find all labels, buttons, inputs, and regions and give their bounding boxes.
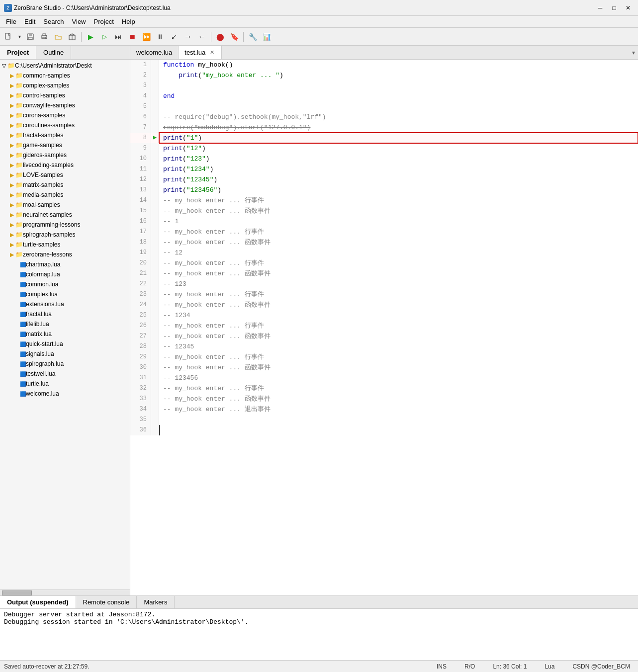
step-right-button[interactable]: → — [182, 30, 194, 43]
root-folder-icon: 📁 — [7, 62, 15, 69]
tree-folder-moai-samples[interactable]: ▶ 📁 moai-samples — [0, 200, 130, 210]
save-button[interactable] — [24, 30, 37, 43]
folder-label: complex-samples — [23, 82, 69, 89]
stats-button[interactable]: 📊 — [260, 30, 273, 43]
code-line-19: 19-- 12 — [130, 248, 638, 258]
package-button[interactable] — [66, 30, 79, 43]
tree-folder-corona-samples[interactable]: ▶ 📁 corona-samples — [0, 110, 130, 120]
menu-file[interactable]: File — [2, 17, 20, 26]
tree-file-spirograph[interactable]: 🟦 spirograph.lua — [0, 359, 130, 369]
file-icon: 🟦 — [20, 332, 26, 337]
file-label: turtle.lua — [26, 380, 49, 387]
menu-search[interactable]: Search — [39, 17, 68, 26]
file-label: complex.lua — [26, 291, 58, 298]
code-line-15: 15-- my_hook enter ... 函数事件 — [130, 206, 638, 216]
line-content-33: -- my_hook enter ... 函数事件 — [159, 394, 638, 404]
line-number-16: 16 — [130, 216, 151, 227]
tree-folder-zerobrane-lessons[interactable]: ▶ 📁 zerobrane-lessons — [0, 250, 130, 259]
sidebar-horizontal-scrollbar[interactable] — [0, 589, 130, 595]
tree-file-chartmap[interactable]: 🟦 chartmap.lua — [0, 259, 130, 269]
tree-root[interactable]: ▽ 📁 C:\Users\Administrator\Deskt — [0, 61, 130, 71]
step-into-button[interactable]: ⏭ — [112, 30, 125, 43]
status-position: Ln: 36 Col: 1 — [489, 663, 531, 670]
tree-folder-turtle-samples[interactable]: ▶ 📁 turtle-samples — [0, 240, 130, 250]
step-over-button[interactable]: ⏩ — [140, 30, 153, 43]
breakpoint-button[interactable]: ⬤ — [214, 30, 227, 43]
code-line-13: 13 print("123456") — [130, 185, 638, 195]
new-dropdown-button[interactable]: ▾ — [16, 30, 23, 43]
tree-file-quick-start[interactable]: 🟦 quick-start.lua — [0, 339, 130, 349]
tree-folder-LOVE-samples[interactable]: ▶ 📁 LOVE-samples — [0, 170, 130, 180]
tree-folder-media-samples[interactable]: ▶ 📁 media-samples — [0, 190, 130, 200]
line-marker-16 — [151, 216, 159, 227]
output-tab-output[interactable]: Output (suspended) — [0, 596, 76, 608]
tree-folder-control-samples[interactable]: ▶ 📁 control-samples — [0, 90, 130, 100]
scrollbar-thumb[interactable] — [2, 590, 32, 595]
run-button[interactable]: ▶ — [84, 30, 97, 43]
line-marker-17 — [151, 227, 159, 237]
tree-file-signals[interactable]: 🟦 signals.lua — [0, 349, 130, 359]
tree-folder-game-samples[interactable]: ▶ 📁 game-samples — [0, 140, 130, 150]
tree-folder-gideros-samples[interactable]: ▶ 📁 gideros-samples — [0, 150, 130, 160]
tree-folder-complex-samples[interactable]: ▶ 📁 complex-samples — [0, 81, 130, 90]
tree-file-turtle[interactable]: 🟦 turtle.lua — [0, 379, 130, 389]
tree-folder-conwaylife-samples[interactable]: ▶ 📁 conwaylife-samples — [0, 100, 130, 110]
line-number-1: 1 — [130, 60, 151, 70]
sidebar-tree[interactable]: ▽ 📁 C:\Users\Administrator\Deskt ▶ 📁 com… — [0, 60, 130, 589]
code-editor[interactable]: 1 function my_hook() 2 print("my_hook en… — [130, 60, 638, 595]
tree-folder-common-samples[interactable]: ▶ 📁 common-samples — [0, 71, 130, 81]
bookmark-button[interactable]: 🔖 — [228, 30, 241, 43]
tree-file-fractal[interactable]: 🟦 fractal.lua — [0, 309, 130, 319]
tree-file-colormap[interactable]: 🟦 colormap.lua — [0, 269, 130, 279]
folder-label: gideros-samples — [23, 152, 67, 159]
line-marker-13 — [151, 185, 159, 195]
print-button[interactable] — [38, 30, 51, 43]
tree-file-testwell[interactable]: 🟦 testwell.lua — [0, 369, 130, 379]
tree-file-matrix[interactable]: 🟦 matrix.lua — [0, 329, 130, 339]
tree-file-lifelib[interactable]: 🟦 lifelib.lua — [0, 319, 130, 329]
tree-file-welcome[interactable]: 🟦 welcome.lua — [0, 389, 130, 399]
line-content-28: -- 12345 — [159, 341, 638, 352]
code-line-16: 16-- 1 — [130, 216, 638, 227]
maximize-button[interactable]: □ — [608, 3, 620, 13]
code-line-31: 31-- 123456 — [130, 373, 638, 383]
tree-folder-fractal-samples[interactable]: ▶ 📁 fractal-samples — [0, 130, 130, 140]
close-button[interactable]: ✕ — [622, 3, 634, 13]
new-button[interactable] — [2, 30, 15, 43]
line-number-21: 21 — [130, 268, 151, 279]
step-left-button[interactable]: ← — [195, 30, 208, 43]
output-tab-markers[interactable]: Markers — [137, 596, 175, 608]
menu-help[interactable]: Help — [118, 17, 139, 26]
line-marker-7 — [151, 122, 159, 133]
tree-file-extensions[interactable]: 🟦 extensions.lua — [0, 299, 130, 309]
tree-file-complex[interactable]: 🟦 complex.lua — [0, 289, 130, 299]
step-out-button[interactable]: ↙ — [168, 30, 181, 43]
folder-expand-icon: ▶ — [10, 92, 14, 99]
tab-project[interactable]: Project — [0, 46, 36, 59]
tab-close-button[interactable]: ✕ — [208, 49, 215, 56]
tab-outline[interactable]: Outline — [36, 46, 71, 59]
menu-edit[interactable]: Edit — [20, 17, 39, 26]
tree-folder-spirograph-samples[interactable]: ▶ 📁 spirograph-samples — [0, 230, 130, 240]
tree-folder-matrix-samples[interactable]: ▶ 📁 matrix-samples — [0, 180, 130, 190]
tree-folder-programming-lessons[interactable]: ▶ 📁 programming-lessons — [0, 220, 130, 230]
menu-view[interactable]: View — [68, 17, 90, 26]
tab-test-lua[interactable]: test.lua ✕ — [179, 46, 222, 59]
status-bar: Saved auto-recover at 21:27:59. INS R/O … — [0, 660, 638, 672]
tab-overflow-button[interactable]: ▾ — [629, 49, 638, 56]
stop-button[interactable]: ⏹ — [126, 30, 139, 43]
tree-folder-livecoding-samples[interactable]: ▶ 📁 livecoding-samples — [0, 160, 130, 170]
menu-project[interactable]: Project — [90, 17, 118, 26]
minimize-button[interactable]: ─ — [594, 3, 606, 13]
output-tab-remote[interactable]: Remote console — [76, 596, 137, 608]
pause-button[interactable]: ⏸ — [154, 30, 167, 43]
tab-welcome-lua[interactable]: welcome.lua — [130, 46, 179, 59]
tree-folder-neuralnet-samples[interactable]: ▶ 📁 neuralnet-samples — [0, 210, 130, 220]
settings-button[interactable]: 🔧 — [246, 30, 259, 43]
folder-expand-icon: ▶ — [10, 212, 14, 218]
line-number-23: 23 — [130, 289, 151, 300]
tree-folder-coroutines-samples[interactable]: ▶ 📁 coroutines-samples — [0, 120, 130, 130]
run-project-button[interactable]: ▷ — [98, 30, 111, 43]
open-button[interactable] — [52, 30, 65, 43]
tree-file-common[interactable]: 🟦 common.lua — [0, 279, 130, 289]
